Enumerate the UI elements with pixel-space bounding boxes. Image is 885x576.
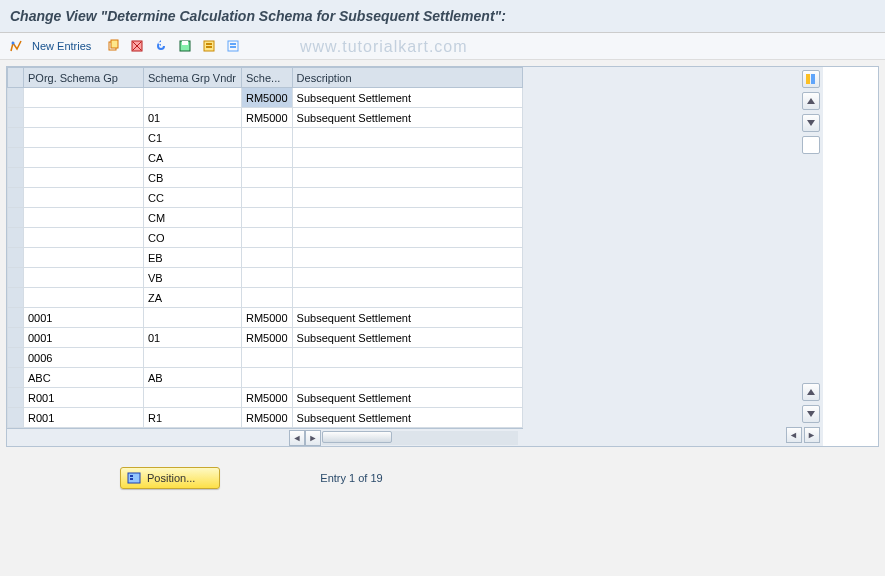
row-selector[interactable] <box>8 288 24 308</box>
cell-sche[interactable]: RM5000 <box>242 308 293 328</box>
table-row[interactable]: R001RM5000Subsequent Settlement <box>8 388 523 408</box>
cell-desc[interactable]: Subsequent Settlement <box>292 88 522 108</box>
table-row[interactable]: 0001RM5000Subsequent Settlement <box>8 308 523 328</box>
cell-desc[interactable] <box>292 268 522 288</box>
cell-vndr[interactable]: 01 <box>144 108 242 128</box>
cell-porg[interactable]: 0001 <box>24 328 144 348</box>
row-selector[interactable] <box>8 108 24 128</box>
row-selector[interactable] <box>8 88 24 108</box>
cell-vndr[interactable]: VB <box>144 268 242 288</box>
cell-porg[interactable] <box>24 88 144 108</box>
cell-vndr[interactable] <box>144 308 242 328</box>
col-header-porg[interactable]: POrg. Schema Gp <box>24 68 144 88</box>
cell-sche[interactable]: RM5000 <box>242 408 293 428</box>
select-all-icon[interactable] <box>201 38 217 54</box>
cell-sche[interactable] <box>242 268 293 288</box>
row-selector[interactable] <box>8 328 24 348</box>
cell-porg[interactable]: ABC <box>24 368 144 388</box>
cell-desc[interactable] <box>292 188 522 208</box>
cell-sche[interactable] <box>242 228 293 248</box>
delete-icon[interactable] <box>129 38 145 54</box>
cell-desc[interactable]: Subsequent Settlement <box>292 308 522 328</box>
scroll-down-icon[interactable] <box>802 114 820 132</box>
cell-vndr[interactable]: ZA <box>144 288 242 308</box>
new-entries-button[interactable]: New Entries <box>32 40 91 52</box>
scroll-marker-icon[interactable] <box>802 136 820 154</box>
table-row[interactable]: CM <box>8 208 523 228</box>
cell-sche[interactable] <box>242 248 293 268</box>
scroll-down2-icon[interactable] <box>802 405 820 423</box>
row-selector[interactable] <box>8 268 24 288</box>
cell-sche[interactable]: RM5000 <box>242 108 293 128</box>
cell-porg[interactable]: 0006 <box>24 348 144 368</box>
cell-desc[interactable] <box>292 348 522 368</box>
row-selector[interactable] <box>8 348 24 368</box>
cell-desc[interactable] <box>292 248 522 268</box>
row-selector[interactable] <box>8 308 24 328</box>
cell-sche[interactable] <box>242 188 293 208</box>
undo-icon[interactable] <box>153 38 169 54</box>
copy-icon[interactable] <box>105 38 121 54</box>
cell-vndr[interactable]: AB <box>144 368 242 388</box>
scroll-track[interactable] <box>322 431 518 445</box>
side-scroll-left-icon[interactable]: ◄ <box>786 427 802 443</box>
row-selector[interactable] <box>8 248 24 268</box>
config-columns-icon[interactable] <box>802 70 820 88</box>
cell-porg[interactable]: R001 <box>24 408 144 428</box>
cell-sche[interactable]: RM5000 <box>242 88 293 108</box>
table-row[interactable]: RM5000Subsequent Settlement <box>8 88 523 108</box>
cell-porg[interactable] <box>24 188 144 208</box>
row-selector[interactable] <box>8 388 24 408</box>
row-selector[interactable] <box>8 228 24 248</box>
cell-desc[interactable] <box>292 128 522 148</box>
scroll-left-icon[interactable]: ◄ <box>289 430 305 446</box>
cell-vndr[interactable]: CB <box>144 168 242 188</box>
scroll-up-icon[interactable] <box>802 92 820 110</box>
cell-sche[interactable]: RM5000 <box>242 388 293 408</box>
table-row[interactable]: ZA <box>8 288 523 308</box>
col-header-vndr[interactable]: Schema Grp Vndr <box>144 68 242 88</box>
cell-sche[interactable] <box>242 368 293 388</box>
scroll-thumb[interactable] <box>322 431 392 443</box>
table-row[interactable]: CC <box>8 188 523 208</box>
cell-porg[interactable] <box>24 108 144 128</box>
cell-desc[interactable] <box>292 208 522 228</box>
cell-desc[interactable]: Subsequent Settlement <box>292 388 522 408</box>
position-button[interactable]: Position... <box>120 467 220 489</box>
scroll-right-icon[interactable]: ► <box>305 430 321 446</box>
table-row[interactable]: CO <box>8 228 523 248</box>
cell-sche[interactable] <box>242 288 293 308</box>
table-row[interactable]: 01RM5000Subsequent Settlement <box>8 108 523 128</box>
table-row[interactable]: 0006 <box>8 348 523 368</box>
cell-vndr[interactable]: R1 <box>144 408 242 428</box>
cell-desc[interactable] <box>292 148 522 168</box>
table-row[interactable]: R001R1RM5000Subsequent Settlement <box>8 408 523 428</box>
row-selector[interactable] <box>8 408 24 428</box>
cell-vndr[interactable]: 01 <box>144 328 242 348</box>
table-row[interactable]: VB <box>8 268 523 288</box>
cell-porg[interactable]: R001 <box>24 388 144 408</box>
cell-vndr[interactable] <box>144 88 242 108</box>
cell-vndr[interactable] <box>144 348 242 368</box>
cell-porg[interactable] <box>24 168 144 188</box>
row-selector[interactable] <box>8 148 24 168</box>
cell-desc[interactable] <box>292 368 522 388</box>
cell-sche[interactable] <box>242 148 293 168</box>
cell-sche[interactable] <box>242 168 293 188</box>
cell-porg[interactable] <box>24 288 144 308</box>
cell-sche[interactable] <box>242 128 293 148</box>
cell-porg[interactable] <box>24 268 144 288</box>
cell-porg[interactable] <box>24 128 144 148</box>
cell-desc[interactable] <box>292 228 522 248</box>
side-scroll-right-icon[interactable]: ► <box>804 427 820 443</box>
row-selector[interactable] <box>8 208 24 228</box>
cell-porg[interactable]: 0001 <box>24 308 144 328</box>
cell-desc[interactable] <box>292 288 522 308</box>
col-header-sche[interactable]: Sche... <box>242 68 293 88</box>
table-row[interactable]: C1 <box>8 128 523 148</box>
cell-desc[interactable]: Subsequent Settlement <box>292 328 522 348</box>
table-row[interactable]: ABCAB <box>8 368 523 388</box>
row-selector[interactable] <box>8 168 24 188</box>
cell-vndr[interactable]: CA <box>144 148 242 168</box>
table-row[interactable]: 000101RM5000Subsequent Settlement <box>8 328 523 348</box>
